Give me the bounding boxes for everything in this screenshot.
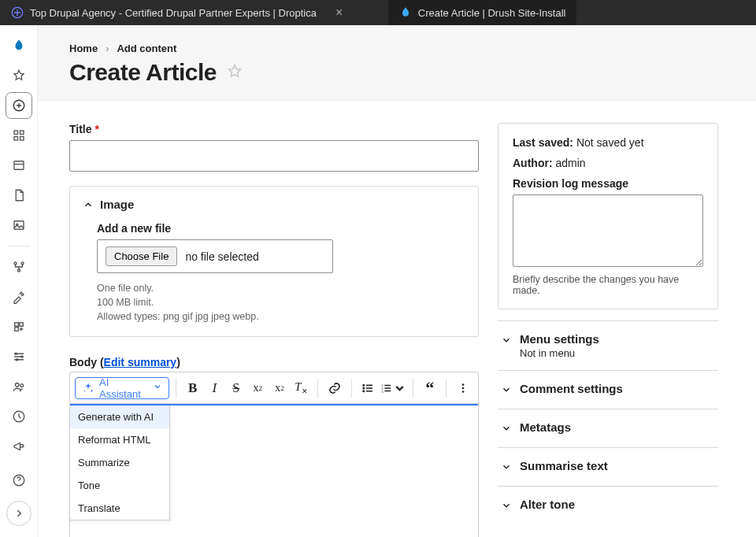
add-icon[interactable] [6, 93, 32, 118]
browser-tab-left[interactable]: Top Drupal Agency - Certified Drupal Par… [0, 0, 328, 25]
accordion-comment-settings[interactable]: Comment settings [498, 371, 718, 409]
star-icon[interactable] [6, 63, 32, 88]
browser-tabbar: Top Drupal Agency - Certified Drupal Par… [0, 0, 756, 25]
config-icon[interactable] [6, 344, 32, 369]
file-icon[interactable] [6, 183, 32, 208]
browser-tab-right[interactable]: Create Article | Drush Site-Install [388, 0, 577, 25]
appearance-icon[interactable] [6, 284, 32, 309]
svg-point-29 [462, 387, 465, 390]
svg-rect-12 [14, 323, 18, 327]
chevron-up-icon [83, 199, 94, 210]
svg-rect-4 [14, 137, 18, 141]
svg-point-24 [363, 391, 365, 392]
ai-menu-item-translate[interactable]: Translate [70, 497, 169, 520]
ai-menu-item-reformat[interactable]: Reformat HTML [70, 428, 169, 451]
svg-point-9 [14, 262, 17, 265]
choose-file-button[interactable]: Choose File [106, 246, 177, 266]
svg-rect-13 [19, 323, 23, 327]
revision-textarea[interactable] [513, 194, 703, 267]
workflow-icon[interactable] [6, 254, 32, 280]
main-scroll[interactable]: Home › Add content Create Article Title … [38, 25, 756, 537]
svg-text:3: 3 [381, 390, 384, 394]
extend-icon[interactable] [6, 314, 32, 339]
people-icon[interactable] [6, 374, 32, 399]
author-label: Author: [513, 157, 553, 169]
clear-format-button[interactable]: T✕ [291, 377, 312, 399]
link-button[interactable] [324, 377, 345, 399]
accordion-menu-settings[interactable]: Menu settings Not in menu [498, 321, 718, 371]
svg-point-30 [462, 391, 465, 393]
svg-point-22 [363, 384, 365, 386]
ai-assistant-menu: Generate with AI Reformat HTML Summarize… [69, 406, 170, 520]
add-file-label: Add a new file [97, 222, 465, 235]
admin-sidebar [0, 25, 38, 537]
body-label: Body (Edit summary) [69, 356, 479, 368]
list-icon[interactable] [6, 153, 32, 178]
body-editor: AI Assistant B I S x2 x2 T✕ [69, 372, 479, 537]
numbered-list-button[interactable]: 123 [380, 377, 406, 399]
editor-content-area[interactable]: Generate with AI Reformat HTML Summarize… [70, 404, 478, 537]
breadcrumb-item[interactable]: Add content [117, 43, 176, 54]
drupal-logo-icon[interactable] [6, 33, 32, 58]
reports-icon[interactable] [6, 404, 32, 429]
more-button[interactable] [453, 377, 473, 399]
breadcrumb: Home › Add content [69, 43, 724, 54]
superscript-button[interactable]: x2 [248, 377, 269, 399]
chevron-down-icon [501, 384, 512, 398]
svg-rect-3 [20, 131, 24, 135]
chevron-down-icon [501, 423, 512, 436]
tab-close-icon[interactable]: × [328, 6, 350, 20]
grid-icon[interactable] [6, 123, 32, 148]
ai-assistant-dropdown[interactable]: AI Assistant [75, 377, 169, 399]
title-input[interactable] [69, 140, 479, 172]
ai-assistant-label: AI Assistant [99, 376, 145, 400]
subscript-button[interactable]: x2 [269, 377, 290, 399]
accordion-summarise-text[interactable]: Summarise text [498, 448, 718, 487]
svg-point-10 [21, 262, 24, 265]
announce-icon[interactable] [6, 434, 32, 459]
breadcrumb-item[interactable]: Home [69, 43, 98, 54]
blockquote-button[interactable]: “ [420, 377, 440, 399]
favicon-droptica [11, 6, 24, 19]
image-fieldset-toggle[interactable]: Image [83, 198, 465, 211]
svg-rect-14 [14, 328, 18, 331]
svg-point-23 [363, 387, 365, 389]
svg-point-18 [15, 383, 19, 387]
title-label: Title * [69, 123, 479, 135]
accordion-alter-tone[interactable]: Alter tone [498, 487, 718, 524]
ai-menu-item-tone[interactable]: Tone [70, 474, 169, 497]
author-value: admin [555, 157, 585, 169]
italic-button[interactable]: I [205, 377, 225, 399]
svg-point-19 [20, 384, 23, 387]
browser-tab-right-title: Create Article | Drush Site-Install [418, 7, 566, 19]
toolbar-separator [413, 379, 413, 398]
edit-summary-link[interactable]: Edit summary [104, 356, 177, 368]
bullet-list-button[interactable] [358, 377, 379, 399]
svg-point-28 [462, 383, 465, 386]
toolbar-separator [317, 379, 318, 398]
toolbar-separator [446, 379, 447, 398]
strikethrough-button[interactable]: S [226, 377, 246, 399]
favicon-drupal [399, 6, 412, 19]
chevron-down-icon [501, 335, 512, 348]
file-input-wrapper[interactable]: Choose File no file selected [97, 239, 333, 273]
image-fieldset: Image Add a new file Choose File no file… [69, 186, 479, 337]
bold-button[interactable]: B [183, 377, 203, 399]
help-icon[interactable] [6, 468, 32, 493]
chevron-down-icon [153, 382, 162, 394]
editor-toolbar: AI Assistant B I S x2 x2 T✕ [70, 372, 478, 404]
favorite-star-icon[interactable] [226, 63, 243, 83]
chevron-down-icon [501, 461, 512, 475]
browser-tab-left-title: Top Drupal Agency - Certified Drupal Par… [30, 7, 317, 19]
svg-rect-5 [20, 137, 24, 141]
chevron-down-icon [501, 500, 512, 513]
ai-menu-item-generate[interactable]: Generate with AI [70, 406, 169, 428]
accordion-metatags[interactable]: Metatags [498, 409, 718, 448]
media-icon[interactable] [6, 213, 32, 238]
ai-menu-item-summarize[interactable]: Summarize [70, 451, 169, 474]
collapse-icon[interactable] [6, 501, 32, 526]
toolbar-separator [176, 379, 176, 398]
svg-rect-7 [14, 221, 24, 230]
revision-label: Revision log message [513, 177, 703, 190]
breadcrumb-separator: › [106, 43, 109, 54]
